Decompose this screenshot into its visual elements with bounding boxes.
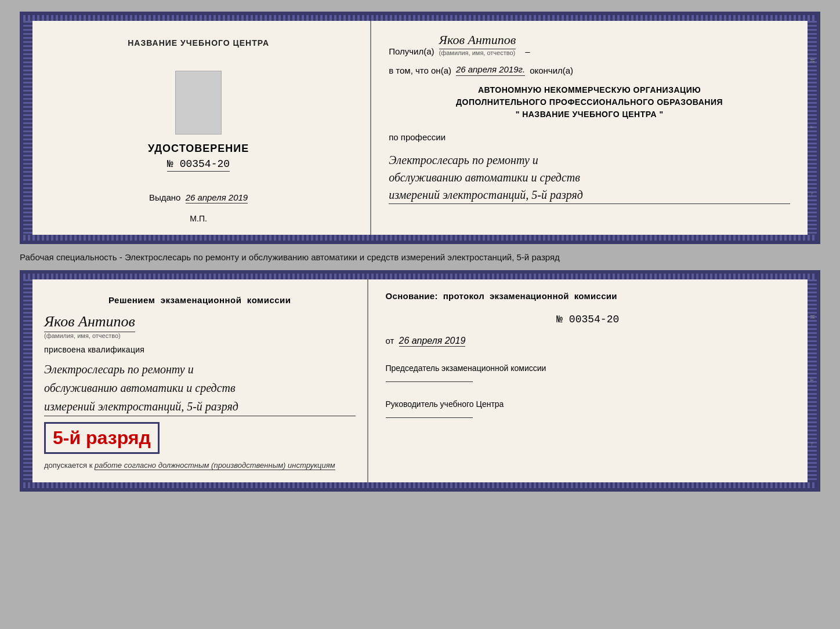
poluchil-label: Получил(а) bbox=[389, 46, 434, 56]
cert-left-panel: НАЗВАНИЕ УЧЕБНОГО ЦЕНТРА УДОСТОВЕРЕНИЕ №… bbox=[32, 21, 371, 235]
left-spine bbox=[23, 21, 32, 235]
vtom-line: в том, что он(а) 26 апреля 2019г. окончи… bbox=[389, 64, 790, 76]
bottom-person-name: Яков Антипов bbox=[44, 313, 135, 332]
top-cert-main: НАЗВАНИЕ УЧЕБНОГО ЦЕНТРА УДОСТОВЕРЕНИЕ №… bbox=[23, 21, 817, 235]
cert-right-panel: Получил(а) Яков Антипов (фамилия, имя, о… bbox=[371, 21, 808, 235]
resheniem-title: Решением экзаменационной комиссии bbox=[44, 294, 356, 307]
razryad-text: 5-й разряд bbox=[53, 427, 151, 448]
chairman-title: Председатель экзаменационной комиссии bbox=[386, 362, 790, 375]
bottom-stripe-top bbox=[23, 235, 817, 241]
cert-number: № 00354-20 bbox=[167, 158, 230, 172]
bottom-cert-main: Решением экзаменационной комиссии Яков А… bbox=[23, 279, 817, 482]
profession-text: Электрослесарь по ремонту и обслуживанию… bbox=[389, 151, 790, 204]
cert-right-bottom-panel: Основание: протокол экзаменационной коми… bbox=[368, 279, 808, 482]
sidebar-char-b3: ← bbox=[809, 441, 816, 447]
ot-label: от bbox=[386, 336, 394, 346]
photo-placeholder bbox=[175, 71, 222, 134]
document-wrapper: НАЗВАНИЕ УЧЕБНОГО ЦЕНТРА УДОСТОВЕРЕНИЕ №… bbox=[20, 12, 820, 492]
sidebar-char-1: И bbox=[809, 59, 816, 63]
between-docs-text: Рабочая специальность - Электрослесарь п… bbox=[20, 249, 820, 266]
qualification-text: Электрослесарь по ремонту и обслуживанию… bbox=[44, 360, 356, 416]
okonchil-date: 26 апреля 2019г. bbox=[456, 64, 525, 76]
dopuskaetsya-label: допускается к bbox=[44, 461, 92, 470]
dopuskaetsya-block: допускается к работе согласно должностны… bbox=[44, 460, 356, 471]
center-title: НАЗВАНИЕ УЧЕБНОГО ЦЕНТРА bbox=[128, 38, 269, 48]
top-certificate: НАЗВАНИЕ УЧЕБНОГО ЦЕНТРА УДОСТОВЕРЕНИЕ №… bbox=[20, 12, 820, 244]
po-professii-label: по профессии bbox=[389, 132, 790, 142]
sidebar-char-b1: И bbox=[809, 315, 816, 319]
ot-date-line: от 26 апреля 2019 bbox=[386, 336, 790, 346]
bottom-stripe-bottom bbox=[23, 482, 817, 488]
sidebar-char-2: а bbox=[809, 126, 816, 128]
mp-label: М.П. bbox=[190, 214, 207, 223]
okonchil-label: окончил(а) bbox=[530, 66, 573, 75]
vydano-label: Выдано bbox=[149, 192, 181, 202]
razryad-box: 5-й разряд bbox=[44, 422, 160, 454]
udostoverenie-label: УДОСТОВЕРЕНИЕ bbox=[148, 143, 249, 155]
recipient-name-block: Яков Антипов (фамилия, имя, отчество) bbox=[439, 32, 516, 56]
bottom-certificate: Решением экзаменационной комиссии Яков А… bbox=[20, 270, 820, 492]
osnov-title: Основание: протокол экзаменационной коми… bbox=[386, 291, 790, 301]
bottom-person-block: Яков Антипов (фамилия, имя, отчество) bbox=[44, 313, 356, 339]
recipient-line: Получил(а) Яков Антипов (фамилия, имя, о… bbox=[389, 32, 790, 56]
fio-sublabel-bottom: (фамилия, имя, отчество) bbox=[44, 332, 121, 339]
left-spine-bottom bbox=[23, 279, 32, 482]
dash-separator: – bbox=[525, 46, 530, 56]
protocol-number: № 00354-20 bbox=[386, 314, 790, 325]
vydano-date: 26 апреля 2019 bbox=[186, 192, 248, 203]
bottom-top-stripe bbox=[23, 274, 817, 279]
vydano-section: Выдано 26 апреля 2019 bbox=[149, 192, 248, 202]
top-stripe bbox=[23, 15, 817, 21]
chairman-block: Председатель экзаменационной комиссии bbox=[386, 362, 790, 382]
chairman-signature-line bbox=[386, 381, 473, 382]
recipient-name: Яков Антипов bbox=[439, 32, 516, 49]
fio-sublabel-top: (фамилия, имя, отчество) bbox=[439, 49, 516, 56]
right-spine-top: И а ← bbox=[808, 21, 817, 235]
org-line2: ДОПОЛНИТЕЛЬНОГО ПРОФЕССИОНАЛЬНОГО ОБРАЗО… bbox=[389, 96, 790, 108]
rukovoditel-title: Руководитель учебного Центра bbox=[386, 398, 790, 410]
rukovoditel-block: Руководитель учебного Центра bbox=[386, 398, 790, 418]
cert-doc-section: УДОСТОВЕРЕНИЕ № 00354-20 bbox=[148, 71, 249, 172]
ot-date-val: 26 апреля 2019 bbox=[399, 336, 466, 347]
vtom-label: в том, что он(а) bbox=[389, 66, 451, 75]
rukovoditel-signature-line bbox=[386, 417, 473, 418]
sidebar-char-3: ← bbox=[809, 191, 816, 197]
prisvoena-label: присвоена квалификация bbox=[44, 345, 356, 354]
cert-left-bottom-panel: Решением экзаменационной комиссии Яков А… bbox=[32, 279, 368, 482]
org-block: АВТОНОМНУЮ НЕКОММЕРЧЕСКУЮ ОРГАНИЗАЦИЮ ДО… bbox=[389, 84, 790, 121]
sidebar-char-b2: а bbox=[809, 379, 816, 381]
org-line1: АВТОНОМНУЮ НЕКОММЕРЧЕСКУЮ ОРГАНИЗАЦИЮ bbox=[389, 84, 790, 96]
org-line3: " НАЗВАНИЕ УЧЕБНОГО ЦЕНТРА " bbox=[389, 108, 790, 121]
dopuskaetsya-text: работе согласно должностным (производств… bbox=[95, 461, 335, 470]
right-spine-bottom: И а ← bbox=[808, 279, 817, 482]
